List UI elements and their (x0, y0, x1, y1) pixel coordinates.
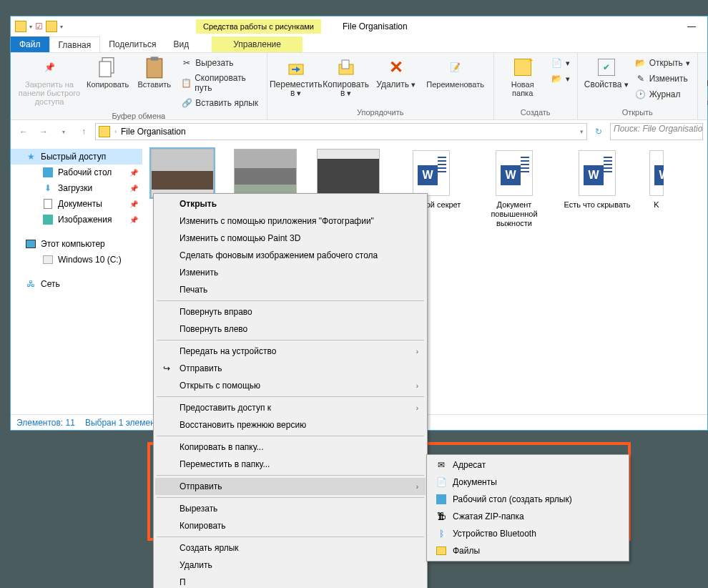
edit-icon: ✎ (635, 73, 646, 84)
document-icon (44, 199, 52, 209)
ribbon-group-clipboard: 📌 Закрепить на панели быстрого доступа К… (11, 53, 267, 119)
quick-access-toolbar: ▾ ☑ ▾ (11, 21, 67, 32)
edit-button[interactable]: ✎Изменить (634, 72, 692, 86)
file-item[interactable]: W K (646, 149, 667, 228)
ribbon: 📌 Закрепить на панели быстрого доступа К… (11, 53, 707, 120)
ribbon-group-new: Новая папка 📄▾ 📂▾ Создать (494, 53, 578, 119)
easy-access-button[interactable]: 📂▾ (550, 72, 571, 86)
paste-shortcut-button[interactable]: 🔗Вставить ярлык (180, 96, 260, 110)
sidebar-pictures[interactable]: Изображения📌 (11, 212, 142, 227)
cut-button[interactable]: ✂Вырезать (180, 56, 260, 70)
delete-button[interactable]: ✕ Удалить ▾ (373, 56, 419, 89)
open-button[interactable]: 📂Открыть ▾ (634, 56, 692, 70)
minimize-button[interactable]: — (676, 16, 707, 36)
history-button[interactable]: 🕑Журнал (634, 87, 692, 102)
sm-files[interactable]: Файлы (428, 542, 627, 559)
pin-button[interactable]: 📌 Закрепить на панели быстрого доступа (16, 56, 82, 106)
cm-edit-paint3d[interactable]: Изменить с помощью Paint 3D (155, 230, 426, 247)
file-item[interactable]: W Документ повышенной выжности (480, 149, 549, 228)
new-item-button[interactable]: 📄▾ (550, 56, 571, 70)
cm-copy-to-folder[interactable]: Копировать в папку... (155, 438, 426, 456)
cm-give-access[interactable]: Предоставить доступ к› (155, 399, 426, 416)
properties-button[interactable]: ✔ Свойства ▾ (584, 56, 629, 89)
deselect-button[interactable]: ⊟Снять выд (704, 72, 708, 94)
copy-icon (97, 56, 119, 79)
file-item[interactable]: W Есть что скрывать (563, 149, 631, 228)
qat-dropdown[interactable]: ▾ (60, 24, 63, 30)
folder-icon[interactable] (15, 21, 26, 32)
tab-view[interactable]: Вид (164, 36, 197, 52)
copy-to-button[interactable]: Копировать в ▾ (323, 56, 369, 97)
paste-button[interactable]: Вставить (133, 56, 175, 89)
sidebar-downloads[interactable]: ⬇Загрузки📌 (11, 180, 142, 196)
cm-open[interactable]: Открыть (155, 195, 426, 212)
window-controls: — (676, 16, 707, 36)
cm-cut[interactable]: Вырезать (155, 500, 426, 517)
window-title: File Organisation (343, 21, 408, 31)
tab-home[interactable]: Главная (49, 36, 101, 52)
thumbnail (317, 149, 380, 197)
cm-cast[interactable]: Передать на устройство› (155, 343, 426, 360)
sm-bluetooth[interactable]: ᛒУстройство Bluetooth (428, 525, 627, 542)
cm-open-with[interactable]: Открыть с помощью› (155, 377, 426, 394)
cm-share[interactable]: ↪Отправить (155, 360, 426, 377)
cm-copy[interactable]: Копировать (155, 517, 426, 534)
sm-documents[interactable]: 📄Документы (428, 474, 627, 491)
scissors-icon: ✂ (181, 57, 192, 69)
cm-move-to-folder[interactable]: Переместить в папку... (155, 456, 426, 473)
new-folder-button[interactable]: Новая папка (500, 56, 546, 97)
sidebar-documents[interactable]: Документы📌 (11, 196, 142, 212)
chevron-down-icon[interactable]: ▾ (29, 24, 32, 30)
cm-restore-version[interactable]: Восстановить прежнюю версию (155, 416, 426, 433)
item-count: Элементов: 11 (16, 418, 75, 428)
cm-rename[interactable]: П (155, 574, 426, 588)
breadcrumb[interactable]: File Organisation (121, 127, 186, 137)
titlebar: ▾ ☑ ▾ Средства работы с рисунками File O… (11, 16, 707, 36)
checklist-icon[interactable]: ☑ (35, 21, 43, 31)
sidebar-network[interactable]: 🖧Сеть (11, 276, 142, 292)
sidebar-this-pc[interactable]: Этот компьютер (11, 236, 142, 252)
invert-icon: ⧉ (705, 97, 708, 109)
cm-create-shortcut[interactable]: Создать ярлык (155, 539, 426, 557)
downloads-icon: ⬇ (42, 182, 54, 194)
recent-dropdown[interactable]: ▾ (55, 123, 72, 140)
cm-send-to[interactable]: Отправить› (155, 478, 426, 495)
cm-rotate-right[interactable]: Повернуть вправо (155, 303, 426, 320)
pictures-icon (43, 215, 53, 225)
cm-print[interactable]: Печать (155, 281, 426, 298)
sm-recipient[interactable]: ✉Адресат (428, 456, 627, 474)
cm-set-wallpaper[interactable]: Сделать фоновым изображением рабочего ст… (155, 247, 426, 264)
picture-tools-label: Средства работы с рисунками (196, 19, 321, 34)
move-to-button[interactable]: Переместить в ▾ (273, 56, 319, 97)
up-button[interactable]: ↑ (75, 123, 92, 140)
cm-edit-photos[interactable]: Изменить с помощью приложения "Фотографи… (155, 212, 426, 230)
refresh-button[interactable]: ↻ (590, 123, 607, 140)
forward-button[interactable]: → (35, 123, 52, 140)
rename-button[interactable]: 📝 Переименовать (423, 56, 488, 89)
select-all-button[interactable]: ⊞Выделить (704, 56, 708, 70)
star-icon: ★ (25, 151, 36, 162)
search-input[interactable]: Поиск: File Organisatio (610, 123, 703, 140)
cm-rotate-left[interactable]: Повернуть влево (155, 320, 426, 338)
ribbon-group-select: ⊞Выделить ⊟Снять выд ⧉Обратит Выд (698, 53, 708, 119)
zip-icon: 🗜 (436, 511, 447, 522)
copy-path-button[interactable]: 📋Скопировать путь (180, 72, 260, 94)
folder-icon[interactable] (46, 21, 57, 32)
tab-file[interactable]: Файл (11, 36, 49, 52)
sidebar-drive-c[interactable]: Windows 10 (C:) (11, 252, 142, 268)
sidebar-quick-access[interactable]: ★Быстрый доступ (11, 149, 142, 165)
network-icon: 🖧 (25, 278, 36, 290)
thumbnail (234, 149, 297, 197)
cm-delete[interactable]: Удалить (155, 557, 426, 574)
sm-desktop-shortcut[interactable]: Рабочий стол (создать ярлык) (428, 491, 627, 508)
tab-share[interactable]: Поделиться (100, 36, 164, 52)
sidebar-desktop[interactable]: Рабочий стол📌 (11, 165, 142, 180)
invert-selection-button[interactable]: ⧉Обратит (704, 96, 708, 110)
address-bar[interactable]: › File Organisation ▾ (95, 123, 587, 140)
pin-icon: 📌 (129, 200, 138, 208)
copy-button[interactable]: Копировать (87, 56, 129, 89)
tab-manage[interactable]: Управление (212, 36, 303, 52)
back-button[interactable]: ← (15, 123, 32, 140)
cm-edit[interactable]: Изменить (155, 264, 426, 281)
sm-zip[interactable]: 🗜Сжатая ZIP-папка (428, 508, 627, 525)
